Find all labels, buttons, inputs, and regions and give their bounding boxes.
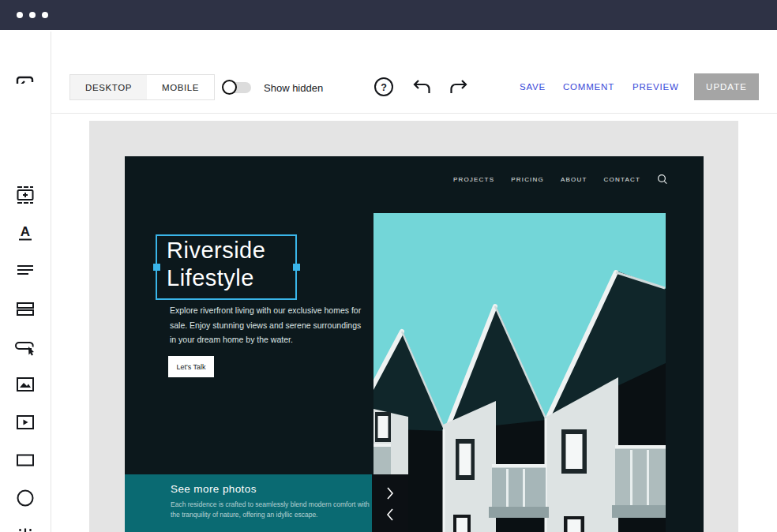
next-arrow-icon[interactable] [386,486,394,500]
nav-item-contact[interactable]: CONTACT [604,176,640,183]
svg-text:A: A [21,224,30,239]
window-dot-icon [17,12,23,18]
device-toggle-desktop[interactable]: DESKTOP [70,75,147,99]
selection-handle-right[interactable] [293,264,300,271]
add-section-icon [15,185,36,205]
editor-toolbar: DESKTOP MOBILE Show hidden ? [0,30,777,84]
device-toggle-mobile[interactable]: MOBILE [147,75,214,99]
prev-arrow-icon[interactable] [386,508,394,522]
add-section-button[interactable] [14,184,36,206]
window-dot-icon [42,12,48,18]
selection-handle-left[interactable] [153,264,160,271]
text-icon: A [15,223,36,243]
paragraph-icon [15,260,36,281]
update-button[interactable]: UPDATE [694,73,759,100]
text-element-button[interactable]: A [14,222,36,244]
hero-photo[interactable] [373,213,666,532]
carousel-nav [372,474,408,532]
lets-talk-button[interactable]: Let's Talk [168,356,214,377]
show-hidden-toggle[interactable] [222,79,253,96]
nav-item-about[interactable]: ABOUT [561,176,587,183]
video-element-button[interactable] [14,411,36,433]
help-button[interactable]: ? [373,77,394,97]
help-icon: ? [373,77,394,97]
toolbar-divider [51,113,777,114]
hero-paragraph[interactable]: Explore riverfront living with our exclu… [170,303,364,347]
toggle-knob [222,80,237,95]
editor-canvas[interactable]: PROJECTS PRICING ABOUT CONTACT [89,121,738,532]
svg-text:?: ? [381,82,387,93]
photos-panel[interactable]: See more photos Each residence is crafte… [125,474,372,532]
button-icon [14,336,36,357]
image-element-button[interactable] [14,373,36,395]
ellipse-shape-button[interactable] [14,487,36,509]
houses-photo-graphic [373,213,666,532]
photos-panel-description: Each residence is crafted to seamlessly … [171,500,373,520]
site-nav: PROJECTS PRICING ABOUT CONTACT [453,174,668,185]
search-icon[interactable] [657,174,668,185]
elements-sidebar: A [0,84,51,532]
redo-button[interactable] [449,77,469,96]
spacer-icon [15,526,36,532]
hero-section[interactable]: PROJECTS PRICING ABOUT CONTACT [125,156,704,532]
undo-icon [411,77,432,96]
window-titlebar [0,0,777,30]
rows-icon [15,298,36,319]
nav-item-projects[interactable]: PROJECTS [453,176,494,183]
undo-button[interactable] [411,77,432,96]
rows-element-button[interactable] [14,298,36,320]
redo-icon [449,77,469,96]
rectangle-shape-button[interactable] [14,449,36,471]
sidebar-divider [51,32,51,532]
spacer-element-button[interactable] [14,525,36,532]
ellipse-icon [15,488,36,508]
comment-button[interactable]: COMMENT [563,82,614,92]
preview-button[interactable]: PREVIEW [632,82,679,92]
image-icon [15,374,36,395]
app-window: DESKTOP MOBILE Show hidden ? [0,0,777,532]
paragraph-element-button[interactable] [14,260,36,282]
nav-item-pricing[interactable]: PRICING [511,176,544,183]
save-button[interactable]: SAVE [520,82,546,92]
rectangle-icon [15,450,36,470]
window-dot-icon [29,12,36,18]
photos-panel-title: See more photos [171,483,372,495]
show-hidden-label: Show hidden [264,82,323,94]
video-icon [15,412,36,433]
device-toggle: DESKTOP MOBILE [69,74,215,100]
hero-heading[interactable]: Riverside Lifestyle [167,237,265,292]
button-element-button[interactable] [14,335,36,358]
